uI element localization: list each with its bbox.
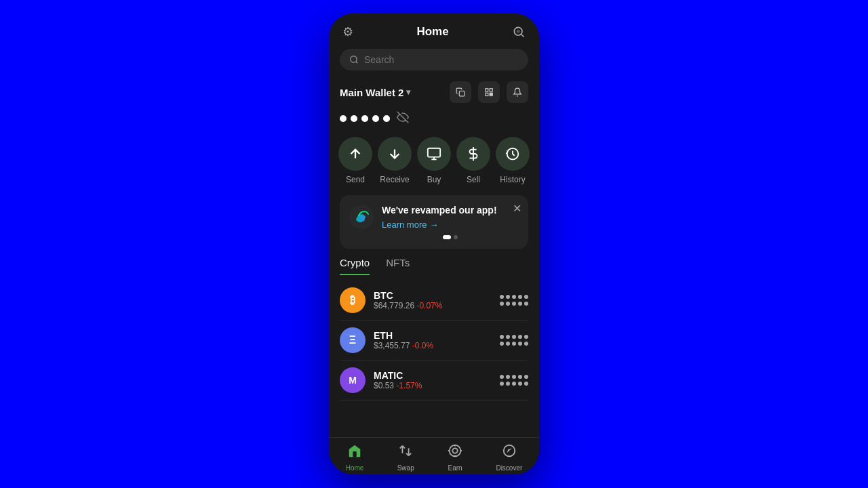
asset-left-matic: M MATIC $0.53 -1.57% [340, 367, 422, 393]
settings-button[interactable]: ⚙ [342, 24, 353, 39]
banner-pagination [382, 235, 519, 239]
action-buttons: Send Receive Buy [329, 134, 539, 195]
asset-left-eth: Ξ ETH $3,455.77 -0.0% [340, 327, 433, 353]
btc-logo: ₿ [340, 287, 366, 313]
wallet-name-group[interactable]: Main Wallet 2 ▾ [340, 87, 410, 98]
nav-home-label: Home [346, 464, 364, 472]
balance-dot-5 [383, 115, 390, 122]
svg-line-2 [521, 35, 524, 37]
svg-point-24 [450, 445, 461, 457]
nav-earn[interactable]: Earn [448, 443, 462, 472]
asset-list: ₿ BTC $64,779.26 -0.07% [329, 281, 539, 437]
svg-rect-11 [490, 95, 491, 96]
eth-change: -0.0% [412, 341, 433, 350]
swap-icon [398, 443, 413, 462]
btc-value-dots [500, 302, 528, 306]
asset-item-eth[interactable]: Ξ ETH $3,455.77 -0.0% [340, 321, 528, 361]
btc-amount-dots [500, 295, 528, 299]
sell-label: Sell [467, 175, 480, 184]
eth-logo: Ξ [340, 327, 366, 353]
nav-earn-label: Earn [448, 464, 462, 472]
copy-button[interactable] [450, 81, 471, 103]
svg-marker-27 [507, 448, 511, 453]
buy-button[interactable]: Buy [417, 137, 451, 184]
svg-point-1 [517, 30, 520, 33]
wallet-dropdown-icon: ▾ [406, 87, 410, 97]
sell-button[interactable]: Sell [456, 137, 490, 184]
nav-swap[interactable]: Swap [397, 443, 414, 472]
btc-balance [500, 295, 528, 306]
svg-rect-10 [492, 95, 493, 96]
history-icon-circle [496, 137, 530, 171]
btc-info: BTC $64,779.26 -0.07% [374, 290, 442, 310]
send-icon-circle [338, 137, 372, 171]
asset-tabs: Crypto NFTs [329, 257, 539, 275]
phone-frame: ⚙ Home Main Wallet 2 ▾ [329, 14, 539, 474]
promo-banner: We've revamped our app! Learn more → ✕ [340, 195, 528, 249]
scan-button[interactable] [512, 25, 526, 39]
home-icon [347, 443, 362, 462]
eth-balance [500, 335, 528, 346]
banner-title: We've revamped our app! [382, 205, 519, 216]
svg-rect-6 [486, 89, 488, 92]
earn-icon [448, 443, 462, 462]
search-bar[interactable] [340, 49, 528, 70]
banner-dot-2 [454, 235, 458, 239]
receive-button[interactable]: Receive [378, 137, 412, 184]
matic-amount-dots [500, 375, 528, 379]
svg-rect-12 [492, 93, 493, 94]
banner-close-button[interactable]: ✕ [513, 202, 521, 215]
balance-dot-4 [372, 115, 379, 122]
banner-link[interactable]: Learn more → [382, 220, 519, 230]
banner-logo [349, 205, 374, 229]
history-button[interactable]: History [496, 137, 530, 184]
svg-point-3 [351, 56, 357, 62]
nav-swap-label: Swap [397, 464, 414, 472]
matic-symbol: MATIC [374, 370, 422, 381]
svg-rect-23 [353, 451, 357, 457]
tab-nfts[interactable]: NFTs [386, 257, 410, 275]
matic-price: $0.53 -1.57% [374, 381, 422, 390]
nav-discover-label: Discover [496, 464, 522, 472]
asset-item-btc[interactable]: ₿ BTC $64,779.26 -0.07% [340, 281, 528, 321]
nav-home[interactable]: Home [346, 443, 364, 472]
btc-symbol: BTC [374, 290, 442, 301]
balance-dots-row [329, 108, 539, 134]
history-label: History [500, 175, 525, 184]
btc-change: -0.07% [416, 301, 442, 310]
receive-icon-circle [378, 137, 412, 171]
eth-info: ETH $3,455.77 -0.0% [374, 330, 433, 350]
wallet-action-icons [450, 81, 528, 103]
bottom-navigation: Home Swap Earn [329, 437, 539, 474]
svg-point-25 [452, 448, 457, 453]
matic-logo: M [340, 367, 366, 393]
hide-balance-icon[interactable] [397, 111, 409, 126]
eth-value-dots [500, 342, 528, 346]
asset-item-matic[interactable]: M MATIC $0.53 -1.57% [340, 361, 528, 401]
svg-rect-9 [490, 93, 491, 94]
search-icon [349, 55, 359, 64]
notifications-button[interactable] [507, 81, 528, 103]
search-input[interactable] [364, 54, 519, 65]
balance-dot-1 [340, 115, 347, 122]
btc-price: $64,779.26 -0.07% [374, 301, 442, 310]
eth-amount-dots [500, 335, 528, 339]
receive-label: Receive [380, 175, 409, 184]
matic-balance [500, 375, 528, 386]
tab-crypto[interactable]: Crypto [340, 257, 370, 275]
buy-icon-circle [417, 137, 451, 171]
eth-symbol: ETH [374, 330, 433, 341]
header: ⚙ Home [329, 14, 539, 46]
matic-change: -1.57% [396, 381, 422, 390]
balance-dot-2 [351, 115, 357, 122]
sell-icon-circle [456, 137, 490, 171]
svg-rect-8 [486, 93, 488, 96]
send-button[interactable]: Send [338, 137, 372, 184]
nav-discover[interactable]: Discover [496, 443, 522, 472]
svg-line-4 [356, 62, 358, 64]
balance-dot-3 [361, 115, 368, 122]
send-label: Send [346, 175, 365, 184]
qr-button[interactable] [478, 81, 500, 103]
svg-rect-7 [490, 89, 492, 92]
banner-dot-1 [443, 235, 451, 239]
